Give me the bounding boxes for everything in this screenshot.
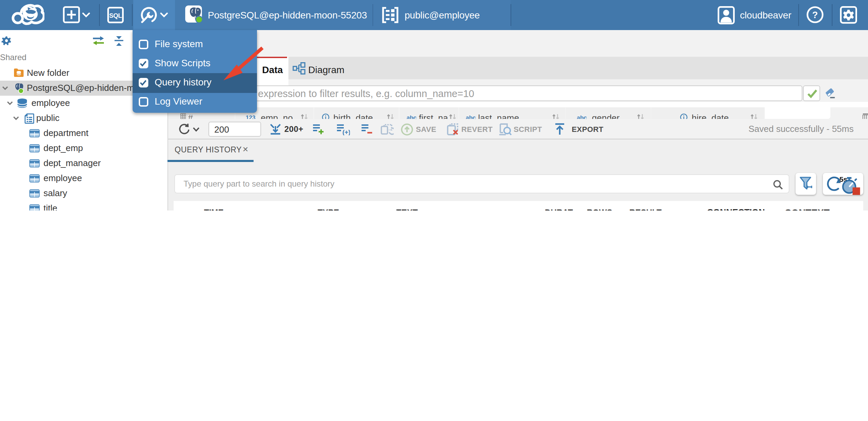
svg-text:?: ? [812, 10, 818, 20]
svg-text:(+): (+) [342, 128, 350, 135]
svg-text:SQL: SQL [109, 12, 122, 19]
